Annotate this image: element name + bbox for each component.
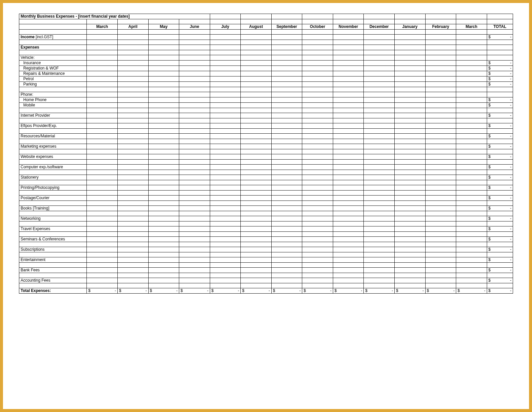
cell[interactable] bbox=[302, 40, 333, 45]
cell[interactable] bbox=[364, 237, 395, 242]
cell[interactable] bbox=[456, 50, 487, 55]
cell[interactable] bbox=[117, 108, 148, 113]
cell[interactable] bbox=[425, 185, 456, 191]
cell[interactable] bbox=[179, 175, 210, 180]
cell[interactable] bbox=[117, 149, 148, 154]
cell[interactable] bbox=[333, 30, 364, 35]
cell[interactable] bbox=[456, 242, 487, 247]
cell[interactable] bbox=[117, 242, 148, 247]
cell[interactable] bbox=[179, 87, 210, 92]
row-total[interactable]: $- bbox=[487, 113, 513, 118]
cell[interactable] bbox=[364, 247, 395, 252]
cell[interactable] bbox=[333, 180, 364, 185]
cell[interactable] bbox=[364, 165, 395, 170]
cell[interactable] bbox=[210, 149, 241, 154]
cell[interactable] bbox=[302, 71, 333, 76]
cell[interactable] bbox=[364, 113, 395, 118]
cell[interactable] bbox=[241, 216, 272, 221]
cell[interactable] bbox=[87, 61, 118, 66]
cell[interactable] bbox=[148, 134, 179, 139]
cell[interactable] bbox=[179, 61, 210, 66]
cell[interactable] bbox=[241, 180, 272, 185]
cell[interactable] bbox=[487, 252, 513, 257]
cell[interactable] bbox=[333, 35, 364, 40]
cell[interactable] bbox=[148, 55, 179, 61]
cell[interactable] bbox=[395, 170, 426, 175]
cell[interactable] bbox=[425, 278, 456, 283]
cell[interactable] bbox=[425, 129, 456, 134]
cell[interactable] bbox=[179, 201, 210, 206]
cell[interactable] bbox=[87, 206, 118, 211]
cell[interactable] bbox=[425, 191, 456, 196]
cell[interactable] bbox=[148, 87, 179, 92]
cell[interactable] bbox=[148, 180, 179, 185]
cell[interactable] bbox=[333, 129, 364, 134]
cell[interactable] bbox=[271, 40, 302, 45]
cell[interactable] bbox=[179, 283, 210, 288]
cell[interactable] bbox=[456, 154, 487, 160]
cell[interactable] bbox=[271, 113, 302, 118]
cell[interactable] bbox=[87, 144, 118, 149]
cell[interactable] bbox=[333, 149, 364, 154]
cell[interactable] bbox=[425, 273, 456, 278]
cell[interactable] bbox=[210, 129, 241, 134]
cell[interactable] bbox=[395, 242, 426, 247]
cell[interactable] bbox=[241, 268, 272, 273]
cell[interactable] bbox=[302, 123, 333, 129]
cell[interactable] bbox=[87, 55, 118, 61]
cell[interactable] bbox=[241, 232, 272, 237]
cell[interactable] bbox=[241, 185, 272, 191]
cell[interactable] bbox=[87, 211, 118, 216]
cell[interactable] bbox=[456, 14, 487, 19]
cell[interactable] bbox=[241, 97, 272, 103]
cell[interactable] bbox=[364, 211, 395, 216]
cell[interactable] bbox=[425, 118, 456, 123]
cell[interactable] bbox=[364, 160, 395, 165]
cell[interactable] bbox=[148, 108, 179, 113]
cell[interactable] bbox=[210, 273, 241, 278]
cell[interactable] bbox=[117, 40, 148, 45]
cell[interactable] bbox=[148, 232, 179, 237]
cell[interactable] bbox=[241, 30, 272, 35]
cell[interactable] bbox=[425, 247, 456, 252]
cell[interactable] bbox=[425, 196, 456, 201]
cell[interactable] bbox=[395, 165, 426, 170]
total-expenses-month-5[interactable]: $- bbox=[241, 288, 272, 294]
row-total[interactable]: $- bbox=[487, 61, 513, 66]
cell[interactable] bbox=[210, 108, 241, 113]
cell[interactable] bbox=[241, 113, 272, 118]
cell[interactable] bbox=[333, 123, 364, 129]
cell[interactable] bbox=[395, 263, 426, 268]
cell[interactable] bbox=[87, 170, 118, 175]
cell[interactable] bbox=[117, 160, 148, 165]
cell[interactable] bbox=[117, 221, 148, 226]
cell[interactable] bbox=[210, 66, 241, 71]
cell[interactable] bbox=[395, 61, 426, 66]
cell[interactable] bbox=[148, 113, 179, 118]
cell[interactable] bbox=[87, 71, 118, 76]
cell[interactable] bbox=[271, 55, 302, 61]
cell[interactable] bbox=[302, 66, 333, 71]
cell[interactable] bbox=[210, 283, 241, 288]
cell[interactable] bbox=[302, 242, 333, 247]
cell[interactable] bbox=[179, 45, 210, 50]
cell[interactable] bbox=[364, 14, 395, 19]
row-total[interactable]: $- bbox=[487, 185, 513, 191]
cell[interactable] bbox=[456, 139, 487, 144]
cell[interactable] bbox=[241, 278, 272, 283]
cell[interactable] bbox=[364, 278, 395, 283]
cell[interactable] bbox=[456, 247, 487, 252]
cell[interactable] bbox=[487, 232, 513, 237]
cell[interactable] bbox=[302, 144, 333, 149]
cell[interactable] bbox=[425, 66, 456, 71]
cell[interactable] bbox=[395, 97, 426, 103]
row-total[interactable]: $- bbox=[487, 278, 513, 283]
cell[interactable] bbox=[271, 14, 302, 19]
cell[interactable] bbox=[364, 92, 395, 97]
cell[interactable] bbox=[425, 149, 456, 154]
cell[interactable] bbox=[425, 45, 456, 50]
cell[interactable] bbox=[148, 66, 179, 71]
cell[interactable] bbox=[487, 273, 513, 278]
cell[interactable] bbox=[241, 14, 272, 19]
cell[interactable] bbox=[456, 160, 487, 165]
